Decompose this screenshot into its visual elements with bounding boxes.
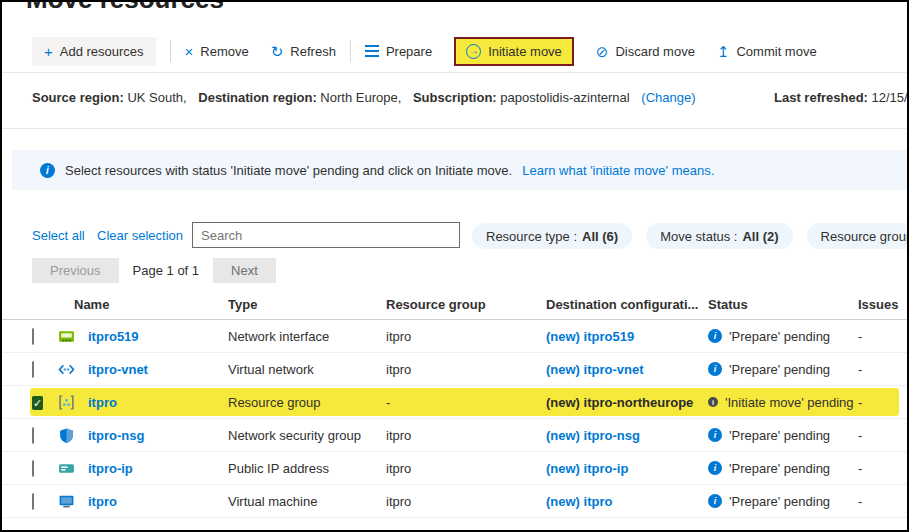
resources-table: Name Type Resource group Destination con… [2,290,907,518]
destination-config-link[interactable]: (new) itpro-nsg [546,428,708,443]
resource-mover-window: Move resources +Add resources×Remove↻Ref… [0,0,909,532]
resource-group-cell: itpro [386,428,546,443]
filter-pill-move-status[interactable]: Move status :All (2) [646,223,792,249]
filter-value: All (2) [742,229,778,244]
filter-value: All (6) [582,229,618,244]
block-icon: ⊘ [596,44,609,59]
resource-group-cell: itpro [386,461,546,476]
destination-region: Destination region: North Europe, [198,90,401,105]
next-page-button[interactable]: Next [213,258,276,283]
toolbar-divider [170,40,171,62]
status-text: 'Initiate move' pending [725,395,854,410]
network-security-group-icon [58,427,75,444]
resource-type: Network interface [228,329,386,344]
issues-cell: - [858,494,907,509]
resource-name-link[interactable]: itpro519 [88,329,228,344]
status-cell: i'Prepare' pending [708,329,858,344]
resource-type: Virtual machine [228,494,386,509]
status-text: 'Prepare' pending [729,428,830,443]
column-header-type: Type [228,297,386,312]
status-text: 'Prepare' pending [729,494,830,509]
resource-type: Virtual network [228,362,386,377]
list-icon [365,45,379,57]
toolbar-button-label: Add resources [60,44,144,59]
destination-config-link[interactable]: (new) itpro519 [546,329,708,344]
status-cell: i'Prepare' pending [708,461,858,476]
page-indicator: Page 1 of 1 [133,263,200,278]
resource-name-link[interactable]: itpro-ip [88,461,228,476]
resource-group-cell: itpro [386,494,546,509]
filter-pill-resource-type[interactable]: Resource type :All (6) [472,223,632,249]
section-divider-line [2,128,907,129]
status-cell: i'Prepare' pending [708,494,858,509]
resource-group-icon [58,394,75,411]
x-icon: × [185,44,194,59]
issues-cell: - [858,329,907,344]
status-text: 'Prepare' pending [729,329,830,344]
resource-group-cell: itpro [386,362,546,377]
filter-label: Resource group : [821,229,909,244]
resource-group-cell: itpro [386,329,546,344]
resource-type: Public IP address [228,461,386,476]
table-row[interactable]: itpro-vnetVirtual networkitpro(new) itpr… [2,353,907,386]
toolbar-button-label: Remove [200,44,248,59]
row-checkbox[interactable] [32,493,34,510]
table-row[interactable]: itpro519Network interfaceitpro(new) itpr… [2,320,907,353]
destination-config-link[interactable]: (new) itpro [546,494,708,509]
column-header-status: Status [708,297,858,312]
toolbar-add-resources-button[interactable]: +Add resources [32,37,156,66]
destination-config-link[interactable]: (new) itpro-ip [546,461,708,476]
search-input[interactable] [192,222,460,248]
column-header-destination: Destination configurati... [546,297,708,312]
pagination: Previous Page 1 of 1 Next [32,258,276,283]
network-interface-icon [58,328,75,345]
row-checkbox[interactable] [32,361,34,378]
learn-more-link[interactable]: Learn what 'initiate move' means. [522,163,714,178]
clear-selection-link[interactable]: Clear selection [97,228,183,243]
resource-name-link[interactable]: itpro [88,395,228,410]
status-info-icon: i [708,428,722,442]
toolbar-button-label: Refresh [290,44,336,59]
toolbar-remove-button[interactable]: ×Remove [185,44,249,59]
row-checkbox[interactable] [32,460,34,477]
previous-page-button[interactable]: Previous [32,258,119,283]
filter-pill-resource-group[interactable]: Resource group :All [807,223,909,249]
toolbar-prepare-button[interactable]: Prepare [365,44,432,59]
issues-cell: - [858,362,907,377]
status-cell: i'Prepare' pending [708,428,858,443]
row-checkbox[interactable] [32,427,34,444]
resource-name-link[interactable]: itpro [88,494,228,509]
table-row[interactable]: itproVirtual machineitpro(new) itproi'Pr… [2,485,907,518]
toolbar-button-label: Commit move [736,44,816,59]
row-checkbox[interactable] [32,328,34,345]
subscription: Subscription: papostolidis-azinternal [413,90,630,105]
destination-config-link[interactable]: (new) itpro-northeurope [546,395,708,410]
status-cell: i'Prepare' pending [708,362,858,377]
select-all-link[interactable]: Select all [32,228,85,243]
public-ip-icon [58,460,75,477]
resource-name-link[interactable]: itpro-nsg [88,428,228,443]
row-checkbox-checked[interactable]: ✓ [32,396,43,410]
destination-config-link[interactable]: (new) itpro-vnet [546,362,708,377]
filter-label: Move status : [660,229,737,244]
table-body: itpro519Network interfaceitpro(new) itpr… [2,320,907,518]
toolbar-button-label: Initiate move [488,44,562,59]
toolbar-discard-move-button[interactable]: ⊘Discard move [596,44,695,59]
table-row[interactable]: itpro-ipPublic IP addressitpro(new) itpr… [2,452,907,485]
toolbar-commit-move-button[interactable]: ↥Commit move [717,44,817,59]
resource-name-link[interactable]: itpro-vnet [88,362,228,377]
resource-type: Network security group [228,428,386,443]
toolbar-initiate-move-button[interactable]: →Initiate move [454,37,574,66]
table-row[interactable]: itpro-nsgNetwork security groupitpro(new… [2,419,907,452]
filter-pills: Resource type :All (6)Move status :All (… [472,223,909,249]
change-subscription-link[interactable]: (Change) [641,90,695,105]
issues-cell: - [858,428,907,443]
table-header: Name Type Resource group Destination con… [2,290,907,320]
plus-icon: + [44,44,53,59]
status-info-icon: i [708,397,718,407]
toolbar-refresh-button[interactable]: ↻Refresh [271,44,336,59]
status-info-icon: i [708,329,722,343]
table-row[interactable]: ✓itproResource group-(new) itpro-northeu… [2,386,907,419]
info-banner: i Select resources with status 'Initiate… [12,150,907,190]
status-text: 'Prepare' pending [729,362,830,377]
